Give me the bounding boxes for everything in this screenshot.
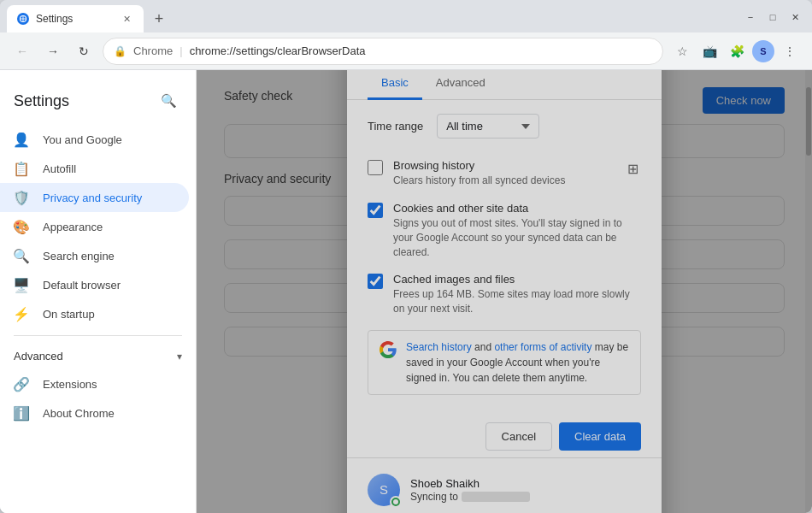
cancel-button[interactable]: Cancel xyxy=(485,422,552,451)
toolbar: ← → ↻ 🔒 Chrome | chrome://settings/clear… xyxy=(0,32,812,70)
sidebar-item-about[interactable]: ℹ️ About Chrome xyxy=(0,398,189,428)
sidebar-label-autofill: Autofill xyxy=(43,162,76,175)
cookies-text: Cookies and other site data Signs you ou… xyxy=(393,202,641,259)
cookies-label: Cookies and other site data xyxy=(393,202,641,215)
cookies-item: Cookies and other site data Signs you ou… xyxy=(368,195,641,266)
user-avatar-container: S xyxy=(368,474,400,506)
clear-data-button[interactable]: Clear data xyxy=(559,422,641,451)
chrome-label: Chrome xyxy=(133,44,173,57)
back-button[interactable]: ← xyxy=(10,39,34,63)
dialog-footer: Cancel Clear data xyxy=(347,422,662,451)
autofill-icon: 📋 xyxy=(14,161,29,176)
minimize-button[interactable]: − xyxy=(740,7,761,27)
browsing-history-text: Browsing history Clears history from all… xyxy=(393,159,614,188)
appearance-icon: 🎨 xyxy=(14,219,29,234)
browsing-history-icon: ⊞ xyxy=(624,160,641,177)
google-info-box: Search history and other forms of activi… xyxy=(368,330,641,395)
cached-label: Cached images and files xyxy=(393,273,641,286)
reload-button[interactable]: ↻ xyxy=(72,39,96,63)
google-logo-icon xyxy=(379,340,397,359)
dialog-divider xyxy=(347,457,662,458)
browsing-history-checkbox[interactable] xyxy=(368,160,383,175)
browsing-history-checkbox-wrap xyxy=(368,160,383,175)
sidebar-search-button[interactable]: 🔍 xyxy=(155,87,182,115)
sidebar-item-default-browser[interactable]: 🖥️ Default browser xyxy=(0,270,189,299)
sidebar-label-you-google: You and Google xyxy=(43,133,122,146)
url-text: chrome://settings/clearBrowserData xyxy=(190,44,366,57)
sidebar-item-privacy[interactable]: 🛡️ Privacy and security xyxy=(0,183,189,212)
other-activity-link[interactable]: other forms of activity xyxy=(494,341,591,353)
bookmark-icon[interactable]: ☆ xyxy=(670,39,694,63)
maximize-button[interactable]: □ xyxy=(762,7,783,27)
forward-button[interactable]: → xyxy=(41,39,65,63)
settings-sidebar: Settings 🔍 👤 You and Google 📋 Autofill 🛡… xyxy=(0,70,197,513)
user-row: S Shoeb Shaikh Syncing to xyxy=(347,465,662,513)
search-engine-icon: 🔍 xyxy=(14,248,29,263)
user-info: Shoeb Shaikh Syncing to xyxy=(410,477,530,503)
extension-icon[interactable]: 🧩 xyxy=(725,39,749,63)
time-range-label: Time range xyxy=(368,120,423,133)
search-history-link[interactable]: Search history xyxy=(406,341,472,353)
google-info-and: and xyxy=(472,341,495,353)
sidebar-label-about: About Chrome xyxy=(43,407,115,420)
sidebar-item-startup[interactable]: ⚡ On startup xyxy=(0,299,189,328)
sidebar-label-search: Search engine xyxy=(43,250,115,262)
sidebar-label-appearance: Appearance xyxy=(43,221,103,233)
profile-avatar[interactable]: S xyxy=(752,40,774,62)
sidebar-label-startup: On startup xyxy=(43,308,95,321)
browsing-history-item: Browsing history Clears history from all… xyxy=(368,152,641,195)
cached-checkbox-wrap xyxy=(368,274,383,289)
browser-tab[interactable]: Settings ✕ xyxy=(7,5,144,32)
dialog-body: Time range Last hour Last 24 hours Last … xyxy=(347,100,662,422)
user-name: Shoeb Shaikh xyxy=(410,477,530,490)
sidebar-item-autofill[interactable]: 📋 Autofill xyxy=(0,154,189,183)
clear-browsing-data-dialog: Clear browsing data Basic Advanced Time … xyxy=(347,70,662,513)
sync-badge xyxy=(390,496,402,508)
sidebar-advanced-section[interactable]: Advanced ▾ xyxy=(0,343,196,369)
sidebar-item-you-google[interactable]: 👤 You and Google xyxy=(0,125,189,154)
tab-advanced[interactable]: Advanced xyxy=(422,70,499,100)
sidebar-header: Settings 🔍 xyxy=(0,80,196,125)
sidebar-label-privacy: Privacy and security xyxy=(43,192,142,204)
settings-main-area: Safety check Check now Privacy and secur… xyxy=(197,70,812,513)
modal-overlay: Clear browsing data Basic Advanced Time … xyxy=(197,70,812,513)
sidebar-item-extensions[interactable]: 🔗 Extensions xyxy=(0,369,189,398)
extensions-icon: 🔗 xyxy=(14,376,29,392)
address-bar[interactable]: 🔒 Chrome | chrome://settings/clearBrowse… xyxy=(103,38,663,65)
sidebar-title: Settings xyxy=(14,92,69,110)
sync-label: Syncing to xyxy=(410,491,458,503)
tab-close-button[interactable]: ✕ xyxy=(120,12,133,26)
content-area: Settings 🔍 👤 You and Google 📋 Autofill 🛡… xyxy=(0,70,812,513)
about-icon: ℹ️ xyxy=(14,405,29,421)
close-button[interactable]: ✕ xyxy=(785,7,805,27)
cookies-checkbox-wrap xyxy=(368,203,383,218)
startup-icon: ⚡ xyxy=(14,306,29,321)
google-info-text: Search history and other forms of activi… xyxy=(406,339,630,386)
title-bar: Settings ✕ + − □ ✕ xyxy=(0,0,812,32)
tab-basic[interactable]: Basic xyxy=(368,70,422,100)
dialog-tabs: Basic Advanced xyxy=(347,70,662,100)
time-range-select[interactable]: Last hour Last 24 hours Last 7 days Last… xyxy=(437,114,539,139)
tab-title: Settings xyxy=(36,13,113,25)
advanced-label: Advanced xyxy=(14,350,63,363)
lock-icon: 🔒 xyxy=(114,45,127,57)
sync-email-masked xyxy=(462,492,530,502)
sidebar-label-default-browser: Default browser xyxy=(43,279,121,292)
sidebar-item-search[interactable]: 🔍 Search engine xyxy=(0,241,189,270)
sync-row: Syncing to xyxy=(410,491,530,503)
cached-item: Cached images and files Frees up 164 MB.… xyxy=(368,266,641,323)
default-browser-icon: 🖥️ xyxy=(14,277,29,292)
new-tab-button[interactable]: + xyxy=(147,7,171,31)
cast-icon[interactable]: 📺 xyxy=(697,39,721,63)
cookies-checkbox[interactable] xyxy=(368,203,383,218)
toolbar-actions: ☆ 📺 🧩 S ⋮ xyxy=(670,39,802,63)
cookies-desc: Signs you out of most sites. You'll stay… xyxy=(393,216,641,259)
tab-favicon-icon xyxy=(17,13,29,25)
menu-icon[interactable]: ⋮ xyxy=(778,39,802,63)
privacy-icon: 🛡️ xyxy=(14,190,29,205)
address-separator: | xyxy=(179,44,182,57)
sidebar-item-appearance[interactable]: 🎨 Appearance xyxy=(0,212,189,241)
cached-checkbox[interactable] xyxy=(368,274,383,289)
cached-desc: Frees up 164 MB. Some sites may load mor… xyxy=(393,287,641,316)
browser-window: Settings ✕ + − □ ✕ ← → ↻ 🔒 Chrome | chro… xyxy=(0,0,812,513)
